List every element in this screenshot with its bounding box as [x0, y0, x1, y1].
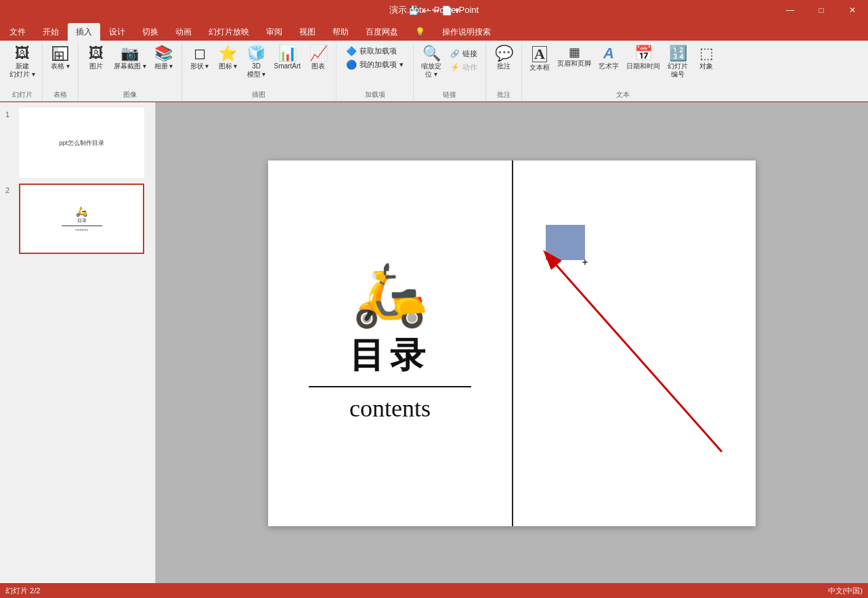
title-bar: 💾 ↩ ↪ 📄 ▾ 演示.pptx - PowerPoint — □ ✕: [0, 0, 868, 20]
group-slides: 🖼 新建幻灯片 ▾ 幻灯片: [3, 43, 43, 101]
tab-design[interactable]: 设计: [101, 23, 133, 41]
ribbon-tab-bar: 文件 开始 插入 设计 切换 动画 幻灯片放映 审阅 视图 帮助 百度网盘 💡 …: [0, 20, 868, 41]
canvas-area: 🛵 目录 contents +: [156, 102, 868, 584]
tab-view[interactable]: 视图: [291, 23, 324, 41]
minimize-button[interactable]: —: [775, 0, 806, 20]
insert-table-button[interactable]: ⊞ 表格 ▾: [47, 45, 74, 72]
tab-file[interactable]: 文件: [1, 23, 34, 41]
icons-button[interactable]: ⭐ 图标 ▾: [215, 45, 242, 72]
smartart-icon: 📊: [278, 46, 297, 61]
window-controls: — □ ✕: [775, 0, 868, 20]
link-icon: 🔗: [450, 49, 460, 58]
slide-thumb-img-1[interactable]: ppt怎么制作目录: [19, 108, 144, 178]
cursor-plus: +: [582, 257, 588, 268]
thumb2-scooter: 🛵: [76, 206, 87, 217]
tab-help[interactable]: 帮助: [324, 23, 357, 41]
group-text-label: 文本: [526, 90, 720, 101]
action-button[interactable]: ⚡ 动作: [446, 61, 481, 74]
group-images: 🖼 图片 📷 屏幕截图 ▾ 📚 相册 ▾ 图像: [79, 43, 182, 101]
chart-button[interactable]: 📈 图表: [305, 45, 332, 72]
group-table-label: 表格: [47, 90, 74, 101]
wordart-button[interactable]: A 艺术字: [595, 45, 622, 72]
slide-title-cn[interactable]: 目录: [349, 332, 431, 379]
tab-home[interactable]: 开始: [35, 23, 67, 41]
slide-thumb-1: 1 ppt怎么制作目录: [5, 108, 150, 178]
screenshot-icon: 📷: [121, 46, 139, 61]
ribbon-content: 🖼 新建幻灯片 ▾ 幻灯片 ⊞ 表格 ▾ 表格 🖼 图片: [0, 41, 868, 102]
ribbon: 文件 开始 插入 设计 切换 动画 幻灯片放映 审阅 视图 帮助 百度网盘 💡 …: [0, 20, 868, 102]
maximize-button[interactable]: □: [806, 0, 837, 20]
header-icon: ▦: [569, 46, 580, 58]
insert-image-button[interactable]: 🖼 图片: [83, 45, 110, 72]
slide-count-info: 幻灯片 2/2: [5, 586, 40, 596]
object-icon: ⬚: [699, 46, 714, 61]
screenshot-button[interactable]: 📷 屏幕截图 ▾: [111, 45, 149, 72]
slide-scooter: 🛵: [352, 264, 428, 325]
zoom-icon: 🔍: [422, 46, 441, 61]
3d-models-button[interactable]: 🧊 3D模型 ▾: [243, 45, 270, 80]
action-icon: ⚡: [450, 63, 460, 72]
tab-review[interactable]: 审阅: [258, 23, 290, 41]
get-addins-button[interactable]: 🔷 获取加载项: [341, 45, 409, 58]
group-links: 🔍 缩放定位 ▾ 🔗 链接 ⚡ 动作 链接: [414, 43, 486, 101]
group-links-label: 链接: [418, 90, 481, 101]
language-info: 中文(中国): [828, 586, 863, 596]
tab-slideshow[interactable]: 幻灯片放映: [200, 23, 257, 41]
zoom-button[interactable]: 🔍 缩放定位 ▾: [418, 45, 445, 80]
group-slides-label: 幻灯片: [7, 90, 38, 101]
my-addins-icon: 🔵: [346, 60, 357, 70]
new-slide-icon: 🖼: [15, 46, 30, 61]
photo-album-button[interactable]: 📚 相册 ▾: [150, 45, 177, 72]
tab-lightbulb[interactable]: 💡: [407, 23, 433, 41]
thumb2-title: 目录: [77, 217, 87, 224]
thumb2-en: contents: [75, 228, 88, 232]
textbox-icon: A: [532, 46, 547, 62]
shapes-button[interactable]: ◻ 形状 ▾: [186, 45, 213, 72]
group-comments-label: 批注: [490, 90, 517, 101]
tab-insert[interactable]: 插入: [68, 23, 100, 41]
group-illustrations: ◻ 形状 ▾ ⭐ 图标 ▾ 🧊 3D模型 ▾ 📊 SmartArt 📈: [182, 43, 337, 101]
album-icon: 📚: [154, 46, 173, 61]
link-button[interactable]: 🔗 链接: [446, 47, 481, 60]
slide-horizontal-divider: [309, 386, 471, 387]
tab-animation[interactable]: 动画: [167, 23, 200, 41]
datetime-icon: 📅: [634, 46, 653, 61]
slide-canvas[interactable]: 🛵 目录 contents +: [268, 161, 756, 526]
shapes-icon: ◻: [194, 46, 206, 61]
app-area: 1 ppt怎么制作目录 2 🛵 目录 contents: [0, 102, 868, 584]
close-button[interactable]: ✕: [837, 0, 868, 20]
3d-icon: 🧊: [247, 46, 265, 61]
tab-search[interactable]: 操作说明搜索: [434, 23, 499, 41]
slide-title-en[interactable]: contents: [349, 394, 431, 423]
chart-icon: 📈: [309, 46, 328, 61]
window-title: 演示.pptx - PowerPoint: [389, 4, 479, 16]
datetime-button[interactable]: 📅 日期和时间: [624, 45, 663, 72]
group-addins-label: 加载项: [341, 90, 409, 101]
group-table: ⊞ 表格 ▾ 表格: [43, 43, 79, 101]
slide-number-button[interactable]: 🔢 幻灯片编号: [664, 45, 691, 80]
object-button[interactable]: ⬚ 对象: [693, 45, 720, 72]
new-slide-button[interactable]: 🖼 新建幻灯片 ▾: [7, 45, 38, 80]
slide-num-1: 1: [5, 110, 15, 119]
slide-right-content: +: [512, 161, 756, 526]
my-addins-button[interactable]: 🔵 我的加载项 ▾: [341, 58, 409, 71]
slide-panel: 1 ppt怎么制作目录 2 🛵 目录 contents: [0, 102, 156, 584]
blue-rectangle[interactable]: [546, 225, 585, 260]
slide-number-icon: 🔢: [669, 46, 687, 61]
status-bar: 幻灯片 2/2 中文(中国): [0, 583, 868, 598]
slide1-thumb-text: ppt怎么制作目录: [59, 139, 104, 148]
group-images-label: 图像: [83, 90, 177, 101]
wordart-icon: A: [603, 46, 614, 61]
slide-num-2: 2: [5, 186, 15, 194]
header-footer-button[interactable]: ▦ 页眉和页脚: [555, 45, 594, 69]
group-illustrations-label: 插图: [186, 90, 332, 101]
icons-icon: ⭐: [219, 46, 237, 61]
slide-thumb-img-2[interactable]: 🛵 目录 contents: [19, 184, 144, 254]
tab-transition[interactable]: 切换: [134, 23, 167, 41]
slide-thumb-2: 2 🛵 目录 contents: [5, 184, 150, 254]
tab-baidu[interactable]: 百度网盘: [357, 23, 406, 41]
comment-button[interactable]: 💬 批注: [490, 45, 517, 72]
textbox-button[interactable]: A 文本框: [526, 45, 553, 73]
smartart-button[interactable]: 📊 SmartArt: [272, 45, 303, 72]
group-addins: 🔷 获取加载项 🔵 我的加载项 ▾ 加载项: [337, 43, 414, 101]
